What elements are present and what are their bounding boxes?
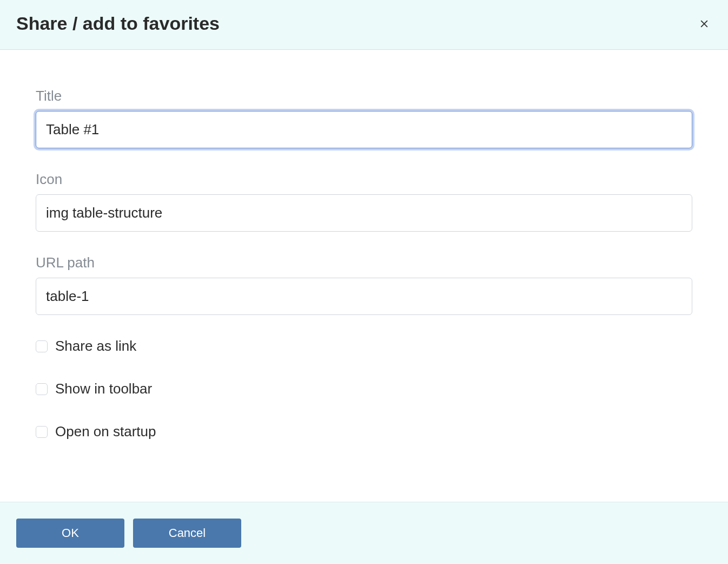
icon-label: Icon (36, 171, 692, 188)
url-path-input[interactable] (36, 278, 692, 315)
checkbox-group: Share as link Show in toolbar Open on st… (36, 338, 692, 440)
open-on-startup-label: Open on startup (55, 423, 156, 440)
checkbox-box-icon (36, 340, 48, 352)
show-in-toolbar-label: Show in toolbar (55, 381, 152, 397)
dialog-footer: OK Cancel (0, 502, 728, 564)
ok-button[interactable]: OK (16, 519, 124, 548)
title-input[interactable] (36, 111, 692, 148)
url-path-label: URL path (36, 254, 692, 271)
dialog-header: Share / add to favorites (0, 0, 728, 50)
open-on-startup-checkbox[interactable]: Open on startup (36, 423, 692, 440)
checkbox-box-icon (36, 383, 48, 395)
form-group-url-path: URL path (36, 254, 692, 315)
title-label: Title (36, 88, 692, 104)
icon-input[interactable] (36, 194, 692, 232)
close-icon (699, 18, 710, 29)
dialog-body: Title Icon URL path Share as link Show i… (0, 50, 728, 502)
share-as-link-checkbox[interactable]: Share as link (36, 338, 692, 355)
show-in-toolbar-checkbox[interactable]: Show in toolbar (36, 381, 692, 397)
close-button[interactable] (697, 16, 712, 31)
checkbox-box-icon (36, 426, 48, 438)
form-group-title: Title (36, 88, 692, 148)
cancel-button[interactable]: Cancel (133, 519, 241, 548)
share-as-link-label: Share as link (55, 338, 136, 355)
dialog-title: Share / add to favorites (16, 13, 220, 34)
form-group-icon: Icon (36, 171, 692, 232)
